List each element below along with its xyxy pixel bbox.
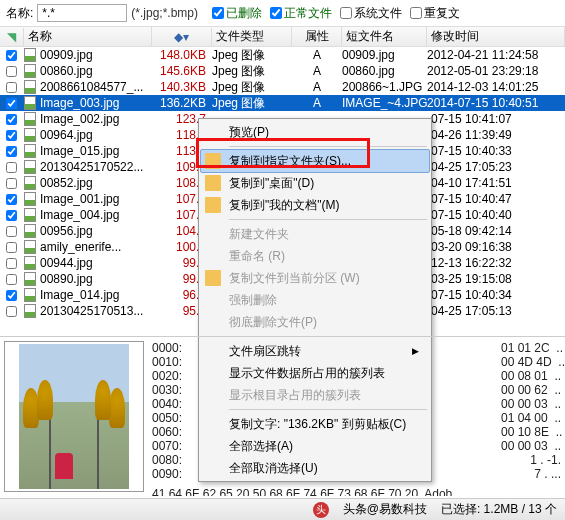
menu-label: 复制到"桌面"(D) [229,175,314,192]
menu-label: 彻底删除文件(P) [229,314,317,331]
table-row[interactable]: 2008661084577_...140.3KBJpeg 图像A200866~1… [0,79,565,95]
selection-status: 已选择: 1.2MB / 13 个 [441,501,557,518]
row-checkbox[interactable] [6,66,17,77]
file-attr: A [292,79,342,95]
file-type: Jpeg 图像 [212,95,292,111]
file-icon [22,304,38,318]
folder-icon [205,270,221,286]
file-short: 00860.jpg [342,63,427,79]
filter-hint: (*.jpg;*.bmp) [131,6,198,20]
file-date: 2014-12-03 14:01:25 [427,79,565,95]
file-size: 145.6KB [152,63,212,79]
file-date: -05-18 09:42:14 [427,223,565,239]
hex-row: 0090:7 . ... [152,467,561,481]
file-name: Image_015.jpg [38,143,152,159]
filter-check-3[interactable]: 重复文 [410,5,460,22]
row-checkbox[interactable] [6,114,17,125]
folder-icon [205,153,221,169]
file-date: -03-20 09:16:38 [427,239,565,255]
menu-separator [229,146,427,147]
file-size: 140.3KB [152,79,212,95]
hex-row: 0070:00 00 03 .. [152,439,561,453]
name-label: 名称: [6,5,33,22]
file-short: 200866~1.JPG [342,79,427,95]
folder-icon [205,175,221,191]
header-short[interactable]: 短文件名 [342,26,427,47]
menu-item[interactable]: 复制到指定文件夹(S)... [200,149,430,173]
file-icon [22,128,38,142]
file-name: amily_enerife... [38,239,152,255]
menu-item[interactable]: 复制到"桌面"(D) [201,172,429,194]
row-checkbox[interactable] [6,82,17,93]
row-checkbox[interactable] [6,210,17,221]
file-icon [22,48,38,62]
row-checkbox[interactable] [6,274,17,285]
row-checkbox[interactable] [6,194,17,205]
table-row[interactable]: 00860.jpg145.6KBJpeg 图像A00860.jpg2012-05… [0,63,565,79]
file-name: 00944.jpg [38,255,152,271]
menu-item: 彻底删除文件(P) [201,311,429,333]
source-label: 头条@易数科技 [343,501,427,518]
file-date: -07-15 10:40:47 [427,191,565,207]
file-name: 20130425170522... [38,159,152,175]
menu-item: 复制文件到当前分区 (W) [201,267,429,289]
row-checkbox[interactable] [6,178,17,189]
row-checkbox[interactable] [6,130,17,141]
bottom-panel: 0000:01 01 2C ..0010:00 4D 4D ..0020:00 … [0,336,565,496]
file-date: -07-15 10:41:07 [427,111,565,127]
row-checkbox[interactable] [6,290,17,301]
filter-bar: 名称: (*.jpg;*.bmp) 已删除正常文件系统文件重复文 [0,0,565,27]
header-name[interactable]: 名称 [24,26,152,47]
row-checkbox[interactable] [6,98,17,109]
filter-check-0[interactable]: 已删除 [212,5,262,22]
header-date[interactable]: 修改时间 [427,26,565,47]
hex-row: 0000:01 01 2C .. [152,341,561,355]
row-checkbox[interactable] [6,146,17,157]
menu-item[interactable]: 预览(P) [201,121,429,143]
file-name: 00890.jpg [38,271,152,287]
menu-item[interactable]: 复制到"我的文档"(M) [201,194,429,216]
file-short: 00909.jpg [342,47,427,63]
hex-row: 0010:00 4D 4D .. [152,355,561,369]
filter-check-2[interactable]: 系统文件 [340,5,402,22]
file-icon [22,160,38,174]
file-type: Jpeg 图像 [212,79,292,95]
file-date: -03-25 19:15:08 [427,271,565,287]
header-size-icon[interactable]: ◆▾ [152,28,212,46]
hex-row: 0040:00 00 03 .. [152,397,561,411]
file-name: Image_004.jpg [38,207,152,223]
source-avatar: 头 [313,502,329,518]
hex-row: 0060:00 10 8E .. [152,425,561,439]
file-icon [22,288,38,302]
filter-check-1[interactable]: 正常文件 [270,5,332,22]
header-attr[interactable]: 属性 [292,26,342,47]
file-name: 00956.jpg [38,223,152,239]
file-date: 2014-07-15 10:40:51 [427,95,565,111]
menu-item: 强制删除 [201,289,429,311]
file-short: IMAGE_~4.JPG [342,95,427,111]
file-size: 148.0KB [152,47,212,63]
file-icon [22,256,38,270]
menu-item: 重命名 (R) [201,245,429,267]
table-row[interactable]: Image_003.jpg136.2KBJpeg 图像AIMAGE_~4.JPG… [0,95,565,111]
file-date: 2012-04-21 11:24:58 [427,47,565,63]
row-checkbox[interactable] [6,306,17,317]
file-icon [22,224,38,238]
row-checkbox[interactable] [6,50,17,61]
row-checkbox[interactable] [6,258,17,269]
menu-label: 复制到指定文件夹(S)... [229,153,351,170]
row-checkbox[interactable] [6,242,17,253]
table-row[interactable]: 00909.jpg148.0KBJpeg 图像A00909.jpg2012-04… [0,47,565,63]
filter-input[interactable] [37,4,127,22]
row-checkbox[interactable] [6,226,17,237]
file-icon [22,64,38,78]
menu-item: 新建文件夹 [201,223,429,245]
file-date: -04-26 11:39:49 [427,127,565,143]
header-type[interactable]: 文件类型 [212,26,292,47]
menu-label: 强制删除 [229,292,277,309]
hex-row: 0080:1 . -1. [152,453,561,467]
hex-row: 0050:01 04 00 .. [152,411,561,425]
file-date: -07-15 10:40:34 [427,287,565,303]
file-size: 136.2KB [152,95,212,111]
row-checkbox[interactable] [6,162,17,173]
